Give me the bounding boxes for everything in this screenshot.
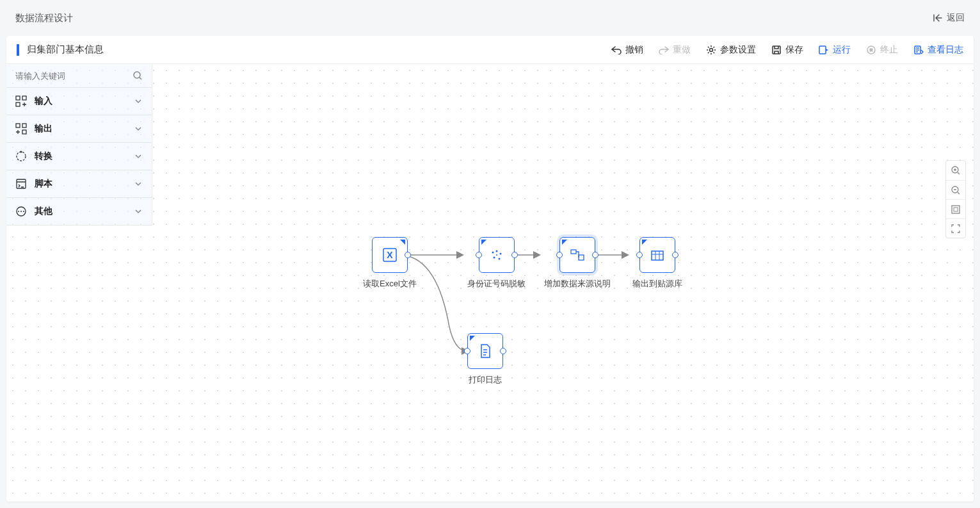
zoom-panel	[945, 160, 966, 238]
svg-rect-4	[870, 48, 873, 51]
log-button[interactable]: 查看日志	[913, 44, 963, 56]
svg-point-0	[710, 48, 713, 51]
node-label: 身份证号码脱敏	[467, 278, 526, 290]
chevron-down-icon	[134, 97, 143, 106]
other-icon	[15, 206, 27, 217]
svg-rect-29	[579, 255, 584, 260]
gear-icon	[706, 45, 716, 55]
port-out[interactable]	[511, 252, 518, 258]
save-icon	[771, 45, 782, 55]
node-print-log[interactable]: 打印日志	[467, 333, 503, 386]
chevron-down-icon	[134, 179, 143, 188]
node-corner-icon	[642, 240, 647, 245]
sidebar-item-transform[interactable]: 转换	[6, 143, 152, 170]
save-button[interactable]: 保存	[771, 44, 803, 56]
zoom-out-button[interactable]	[946, 180, 965, 199]
node-corner-icon	[481, 240, 486, 245]
sidebar-item-other[interactable]: 其他	[6, 198, 152, 225]
back-icon	[933, 13, 943, 23]
node-label: 读取Excel文件	[363, 278, 417, 290]
chevron-down-icon	[134, 207, 143, 216]
svg-rect-33	[952, 206, 960, 213]
port-in[interactable]	[556, 252, 563, 258]
sidebar-item-script[interactable]: 脚本	[6, 170, 152, 198]
redo-icon	[659, 45, 669, 54]
node-label: 输出到贴源库	[632, 278, 682, 290]
sidebar: 输入 输出 转换 脚本 其他	[6, 64, 152, 225]
node-corner-icon	[400, 240, 405, 245]
undo-icon	[611, 45, 622, 54]
transform-icon	[15, 151, 27, 162]
node-label: 增加数据来源说明	[544, 278, 611, 290]
title-marker	[17, 44, 19, 56]
fit-button[interactable]	[946, 199, 965, 218]
svg-text:X: X	[387, 250, 393, 260]
svg-rect-11	[22, 124, 26, 127]
svg-point-19	[23, 211, 24, 212]
sidebar-item-label: 转换	[35, 151, 134, 162]
sidebar-item-label: 脚本	[35, 178, 134, 190]
port-in[interactable]	[476, 252, 482, 258]
sidebar-item-label: 其他	[35, 206, 134, 217]
svg-rect-2	[819, 46, 826, 54]
port-out[interactable]	[405, 252, 411, 258]
svg-rect-7	[16, 96, 20, 100]
search-icon[interactable]	[133, 70, 143, 81]
sidebar-item-label: 输出	[35, 123, 134, 135]
svg-rect-34	[954, 208, 958, 211]
port-in[interactable]	[464, 348, 470, 354]
svg-rect-8	[22, 96, 26, 100]
node-corner-icon	[562, 240, 567, 245]
svg-rect-28	[571, 250, 576, 254]
redo-button: 重做	[659, 44, 691, 56]
canvas[interactable]: 输入 输出 转换 脚本 其他	[6, 64, 974, 502]
back-label: 返回	[947, 12, 965, 24]
params-button[interactable]: 参数设置	[706, 44, 756, 56]
port-in[interactable]	[636, 252, 643, 258]
play-icon	[819, 45, 829, 55]
page-title: 数据流程设计	[15, 12, 73, 24]
svg-point-22	[492, 252, 494, 254]
sidebar-item-input[interactable]: 输入	[6, 88, 152, 115]
svg-point-24	[499, 253, 501, 255]
node-corner-icon	[470, 336, 475, 341]
svg-point-17	[18, 211, 19, 212]
node-add-source[interactable]: 增加数据来源说明	[544, 237, 611, 290]
svg-point-23	[495, 250, 497, 252]
svg-point-26	[498, 258, 500, 260]
svg-point-27	[496, 254, 497, 256]
port-out[interactable]	[500, 348, 506, 354]
script-icon	[15, 178, 27, 190]
svg-rect-30	[652, 251, 663, 260]
db-out-icon	[648, 246, 666, 264]
node-output-db[interactable]: 输出到贴源库	[632, 237, 682, 290]
input-icon	[15, 95, 27, 107]
svg-point-13	[17, 152, 26, 161]
back-button[interactable]: 返回	[933, 12, 965, 24]
svg-point-25	[493, 257, 495, 259]
fullscreen-button[interactable]	[946, 218, 965, 238]
svg-rect-10	[16, 124, 20, 127]
chevron-down-icon	[134, 152, 143, 161]
mask-icon	[488, 246, 506, 264]
undo-button[interactable]: 撤销	[611, 44, 643, 56]
zoom-in-button[interactable]	[946, 161, 965, 180]
port-out[interactable]	[672, 252, 679, 258]
svg-point-6	[134, 72, 140, 78]
node-read-excel[interactable]: X 读取Excel文件	[363, 237, 417, 290]
svg-rect-1	[773, 46, 780, 54]
search-input[interactable]	[15, 71, 133, 81]
svg-point-14	[20, 151, 22, 153]
node-mask-id[interactable]: 身份证号码脱敏	[467, 237, 526, 290]
log-file-icon	[476, 342, 494, 360]
port-out[interactable]	[592, 252, 598, 258]
svg-point-18	[20, 211, 22, 212]
output-icon	[15, 123, 27, 135]
svg-rect-12	[22, 130, 26, 134]
run-button[interactable]: 运行	[819, 44, 851, 56]
sidebar-item-output[interactable]: 输出	[6, 115, 152, 143]
annotate-icon	[568, 246, 586, 264]
flow-title: 归集部门基本信息	[27, 44, 611, 56]
log-icon	[913, 45, 924, 55]
excel-icon: X	[381, 246, 399, 264]
